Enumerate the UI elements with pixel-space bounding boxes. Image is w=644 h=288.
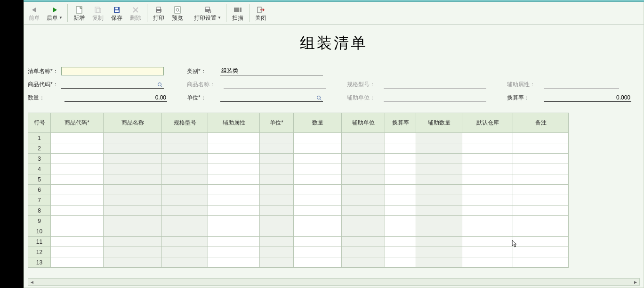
grid-cell[interactable] [51, 226, 104, 237]
grid-cell[interactable] [51, 237, 104, 247]
grid-cell[interactable] [294, 133, 342, 143]
grid-cell[interactable] [462, 195, 513, 206]
grid-cell[interactable] [208, 133, 260, 143]
grid-cell[interactable] [385, 195, 416, 206]
grid-cell[interactable] [208, 247, 260, 257]
toolbar-save-button[interactable]: 保存 [107, 2, 126, 24]
grid-cell[interactable] [462, 143, 513, 154]
grid-cell[interactable] [208, 216, 260, 226]
grid-cell[interactable] [294, 206, 342, 216]
toolbar-delete-button[interactable]: 删除 [126, 2, 145, 24]
grid-cell[interactable] [385, 185, 416, 195]
toolbar-print-setup-button[interactable]: 打印设置▼ [191, 2, 224, 24]
grid-cell[interactable] [513, 195, 569, 206]
grid-cell[interactable] [462, 133, 513, 143]
grid-cell[interactable] [51, 216, 104, 226]
toolbar-new-button[interactable]: 新增 [70, 2, 89, 24]
grid-cell[interactable] [385, 237, 416, 247]
horizontal-scrollbar[interactable]: ◄ ► [28, 278, 640, 286]
grid-cell[interactable] [294, 257, 342, 268]
column-header[interactable]: 商品代码* [51, 113, 104, 133]
grid-cell[interactable] [385, 154, 416, 164]
grid-cell[interactable] [513, 206, 569, 216]
grid-cell[interactable] [294, 195, 342, 206]
grid-cell[interactable] [513, 154, 569, 164]
toolbar-scan-button[interactable]: 扫描 [228, 2, 247, 24]
grid-cell[interactable] [385, 216, 416, 226]
toolbar-next-button[interactable]: 后单▼ [44, 2, 65, 24]
grid-cell[interactable] [51, 164, 104, 174]
grid-cell[interactable] [208, 237, 260, 247]
table-row[interactable]: 11 [28, 237, 569, 247]
grid-cell[interactable] [208, 185, 260, 195]
column-header[interactable]: 默认仓库 [462, 113, 513, 133]
grid-cell[interactable] [385, 164, 416, 174]
grid-cell[interactable] [51, 133, 104, 143]
table-row[interactable]: 7 [28, 195, 569, 206]
grid-cell[interactable] [513, 164, 569, 174]
column-header[interactable]: 规格型号 [162, 113, 208, 133]
grid-cell[interactable] [51, 195, 104, 206]
grid-cell[interactable] [462, 247, 513, 257]
grid-cell[interactable] [208, 164, 260, 174]
product-code-input[interactable] [61, 80, 164, 89]
column-header[interactable]: 换算率 [385, 113, 416, 133]
grid-cell[interactable] [462, 226, 513, 237]
grid-cell[interactable] [513, 216, 569, 226]
grid-cell[interactable] [513, 143, 569, 154]
table-row[interactable]: 1 [28, 133, 569, 143]
grid-cell[interactable] [51, 257, 104, 268]
qty-input[interactable] [64, 93, 167, 102]
grid-cell[interactable] [208, 257, 260, 268]
grid-cell[interactable] [208, 143, 260, 154]
toolbar-close-button[interactable]: 关闭 [251, 2, 270, 24]
scroll-right-icon[interactable]: ► [632, 279, 639, 285]
grid-cell[interactable] [462, 164, 513, 174]
grid-cell[interactable] [513, 174, 569, 185]
grid-cell[interactable] [294, 164, 342, 174]
grid-cell[interactable] [385, 257, 416, 268]
grid-cell[interactable] [385, 143, 416, 154]
table-row[interactable]: 9 [28, 216, 569, 226]
toolbar-prev-button[interactable]: 前单 [25, 2, 44, 24]
grid-cell[interactable] [51, 174, 104, 185]
toolbar-print-button[interactable]: 打印 [149, 2, 168, 24]
search-icon[interactable] [316, 95, 322, 101]
grid-cell[interactable] [462, 257, 513, 268]
grid-cell[interactable] [51, 143, 104, 154]
grid-cell[interactable] [51, 206, 104, 216]
column-header[interactable]: 商品名称 [104, 113, 162, 133]
grid-cell[interactable] [385, 226, 416, 237]
data-grid[interactable]: 行号商品代码*商品名称规格型号辅助属性单位*数量辅助单位换算率辅助数量默认仓库备… [28, 113, 569, 268]
column-header[interactable]: 辅助属性 [208, 113, 260, 133]
toolbar-copy-button[interactable]: 复制 [89, 2, 107, 24]
grid-cell[interactable] [385, 133, 416, 143]
list-name-input[interactable] [61, 67, 164, 75]
column-header[interactable]: 单位* [260, 113, 294, 133]
table-row[interactable]: 10 [28, 226, 569, 237]
grid-cell[interactable] [208, 195, 260, 206]
grid-cell[interactable] [208, 206, 260, 216]
grid-cell[interactable] [513, 226, 569, 237]
grid-cell[interactable] [51, 154, 104, 164]
grid-cell[interactable] [462, 216, 513, 226]
grid-cell[interactable] [385, 247, 416, 257]
toolbar-preview-button[interactable]: 预览 [168, 2, 187, 24]
grid-cell[interactable] [513, 185, 569, 195]
grid-cell[interactable] [294, 216, 342, 226]
grid-cell[interactable] [385, 206, 416, 216]
grid-cell[interactable] [51, 185, 104, 195]
column-header[interactable]: 数量 [294, 113, 342, 133]
grid-cell[interactable] [462, 185, 513, 195]
grid-cell[interactable] [385, 174, 416, 185]
unit-input[interactable] [220, 93, 323, 102]
grid-cell[interactable] [294, 247, 342, 257]
scroll-track[interactable] [36, 279, 632, 285]
grid-cell[interactable] [513, 133, 569, 143]
grid-cell[interactable] [208, 226, 260, 237]
grid-cell[interactable] [294, 143, 342, 154]
column-header[interactable]: 辅助单位 [342, 113, 385, 133]
table-row[interactable]: 13 [28, 257, 569, 268]
grid-cell[interactable] [294, 237, 342, 247]
grid-cell[interactable] [208, 154, 260, 164]
